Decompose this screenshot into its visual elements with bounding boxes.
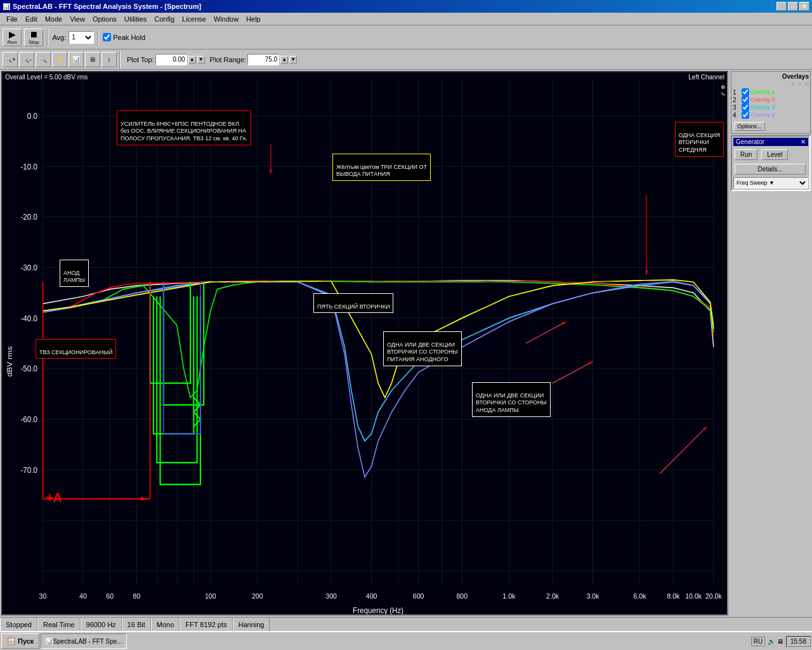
svg-text:200: 200: [252, 592, 263, 600]
annotation-2: Жёлтым цветом ТРИ СЕКЦИИ ОТ ВЫВОДА ПИТАН…: [332, 154, 431, 181]
status-fft-size: FFT 8192 pts: [180, 618, 232, 631]
chart-container[interactable]: Overall Level = 5.00 dBV rms Left Channe…: [1, 71, 728, 616]
svg-text:600: 600: [413, 592, 424, 600]
generator-close-icon[interactable]: ✕: [801, 138, 806, 145]
zoom-out-button[interactable]: 🔍-: [19, 52, 34, 67]
bar-button[interactable]: 📊: [69, 52, 84, 67]
status-state: Stopped: [0, 618, 37, 631]
svg-text:-40.0: -40.0: [20, 314, 37, 323]
plot-top-label: Plot Top:: [127, 56, 154, 63]
svg-text:2.0k: 2.0k: [546, 592, 559, 600]
overlay-1-label: Overlay 1: [750, 89, 775, 95]
options-button[interactable]: Options...: [734, 122, 765, 131]
system-tray-icons: 🔊 🖥: [768, 638, 783, 645]
svg-text:-60.0: -60.0: [20, 415, 37, 425]
generator-details-button[interactable]: Details...: [735, 164, 806, 175]
svg-text:800: 800: [457, 592, 468, 600]
start-label: Пуск: [18, 637, 34, 645]
maximize-button[interactable]: □: [788, 2, 798, 11]
stop-button[interactable]: ⏹ Stop: [24, 29, 43, 46]
plot-top-up[interactable]: ▲: [188, 56, 196, 63]
generator-level-button[interactable]: Level: [761, 149, 788, 160]
plot-top-down[interactable]: ▼: [197, 56, 205, 63]
zoom-out2-button[interactable]: 🔍: [36, 52, 51, 67]
options-button-container: Options...: [733, 121, 809, 132]
overlay-1-checkbox[interactable]: [742, 88, 749, 96]
svg-text:30: 30: [39, 592, 47, 600]
taskbar-app-icon: 📊: [45, 638, 53, 645]
start-icon: 🪟: [7, 637, 16, 646]
status-bit-depth: 16 Bit: [122, 618, 151, 631]
overlay-2-checkbox[interactable]: [742, 96, 749, 103]
annotation-8: ОДНА ИЛИ ДВЕ СЕКЦИИ ВТОРИЧКИ СО СТОРОНЫ …: [472, 382, 551, 417]
svg-text:-10.0: -10.0: [20, 162, 37, 171]
run-button[interactable]: ▶ Run: [3, 29, 22, 46]
annotation-7: ОДНА ИЛИ ДВЕ СЕКЦИИ ВТОРИЧКИ СО СТОРОНЫ …: [383, 331, 462, 366]
menu-options[interactable]: Options: [89, 14, 121, 24]
separator-1: [47, 29, 48, 46]
cursor2-button[interactable]: ↕: [102, 52, 117, 67]
generator-details-container: Details...: [733, 162, 808, 176]
overlay-item-2: 2 Overlay 2: [733, 96, 809, 103]
main-toolbar: ▶ Run ⏹ Stop Avg: 1248 Peak Hold: [0, 25, 812, 50]
window-controls: _ □ ✕: [776, 2, 809, 11]
menu-file[interactable]: File: [3, 14, 22, 24]
overlay-2-label: Overlay 2: [750, 96, 775, 103]
svg-text:dBV rms: dBV rms: [5, 346, 13, 376]
cursor-button[interactable]: ⚡: [52, 52, 67, 67]
overlay-3-checkbox[interactable]: [742, 103, 749, 111]
overlay-4-checkbox[interactable]: [742, 111, 749, 119]
plot-range-up[interactable]: ▲: [280, 56, 288, 63]
menu-mode[interactable]: Mode: [41, 14, 67, 24]
generator-freq-sweep-select[interactable]: Freq Sweep ▼: [733, 177, 808, 189]
status-bar: Stopped Real Time 96000 Hz 16 Bit Mono F…: [0, 617, 812, 631]
plot-range-label: Plot Range:: [210, 56, 246, 63]
peak-hold-checkbox[interactable]: [103, 33, 111, 41]
window-title: SpectraLAB - FFT Spectral Analysis Syste…: [13, 3, 201, 10]
minimize-button[interactable]: _: [776, 2, 787, 11]
main-content: Overall Level = 5.00 dBV rms Left Channe…: [0, 70, 812, 617]
grid-button[interactable]: ⊞: [85, 52, 100, 67]
chart-icons: ⊕ ∿: [721, 84, 726, 97]
taskbar-app-item[interactable]: 📊 SpectraLAB - FFT Spe...: [41, 633, 126, 649]
menu-utilities[interactable]: Utilities: [121, 14, 150, 24]
annotation-6: ПЯТЬ СЕКЦИЙ ВТОРИЧКИ: [313, 293, 393, 313]
status-sample-rate: 96000 Hz: [81, 618, 122, 631]
overlay-item-3: 3 Overlay 3: [733, 103, 809, 111]
overall-level: Overall Level = 5.00 dBV rms: [5, 74, 88, 81]
svg-text:-50.0: -50.0: [20, 364, 37, 374]
svg-text:40: 40: [79, 592, 87, 600]
status-mode: Real Time: [37, 618, 81, 631]
svg-text:6.0k: 6.0k: [634, 592, 646, 600]
start-button[interactable]: 🪟 Пуск: [1, 633, 39, 649]
zoom-in-button[interactable]: 🔍+: [3, 52, 18, 67]
taskbar-app-label: SpectraLAB - FFT Spe...: [53, 638, 122, 645]
taskbar: 🪟 Пуск 📊 SpectraLAB - FFT Spe... RU 🔊 🖥 …: [0, 631, 812, 650]
svg-text:8.0k: 8.0k: [667, 592, 679, 600]
menu-window[interactable]: Window: [210, 14, 242, 24]
peak-hold-label: Peak Hold: [113, 34, 145, 41]
overlay-item-4: 4 Overlay 4: [733, 111, 809, 119]
overlay-4-label: Overlay 4: [750, 112, 775, 118]
separator-2: [98, 29, 99, 46]
plot-range-down[interactable]: ▼: [289, 56, 297, 63]
overlays-title: Overlays: [733, 73, 809, 80]
status-window: Hanning: [233, 618, 270, 631]
generator-run-button[interactable]: Run: [735, 149, 757, 160]
right-panel: Overlays S c O 1 Overlay 1 2 Overlay 2 3: [730, 70, 812, 617]
menu-license[interactable]: License: [178, 14, 210, 24]
menu-config[interactable]: Config: [150, 14, 178, 24]
svg-text:1.0k: 1.0k: [502, 592, 515, 600]
menu-edit[interactable]: Edit: [22, 14, 41, 24]
menu-help[interactable]: Help: [242, 14, 265, 24]
plot-top-input[interactable]: [155, 54, 187, 65]
title-bar: 📊 SpectraLAB - FFT Spectral Analysis Sys…: [0, 0, 812, 13]
plot-range-input[interactable]: [247, 54, 279, 65]
status-channels: Mono: [151, 618, 180, 631]
annotation-3: ОДНА СЕКЦИЯ ВТОРИЧКИ СРЕДНЯЯ: [675, 122, 724, 157]
close-button[interactable]: ✕: [799, 2, 809, 11]
avg-select[interactable]: 1248: [69, 31, 94, 44]
taskbar-right: RU 🔊 🖥 15:58: [751, 636, 811, 647]
menu-view[interactable]: View: [66, 14, 89, 24]
annotation-5: ТВЗ СЕКЦИОНИРОВАНЫЙ: [36, 339, 116, 359]
